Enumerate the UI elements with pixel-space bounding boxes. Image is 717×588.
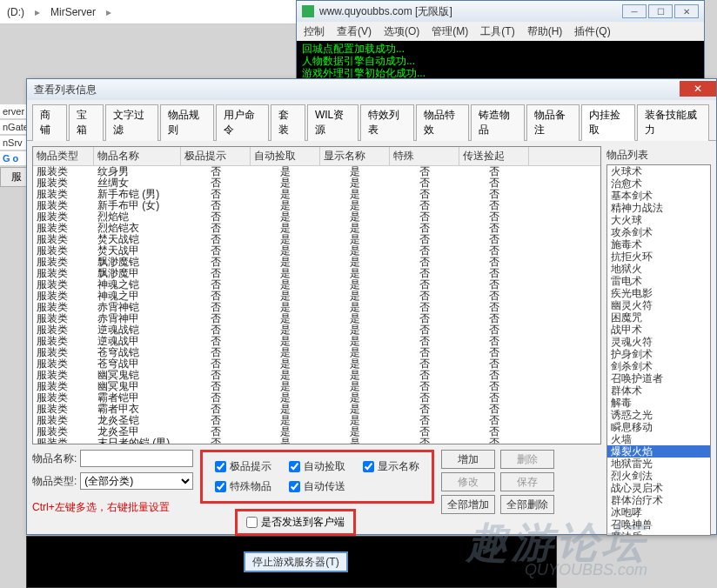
list-item[interactable]: 群体术 (607, 384, 710, 397)
table-row[interactable]: 服装类末日者的铠 (男)否是是否否 (33, 438, 600, 444)
add-all-button[interactable]: 全部增加 (441, 495, 495, 514)
table-row[interactable]: 服装类飘渺魔甲否是是否否 (33, 268, 600, 279)
tab-8[interactable]: 物品特效 (416, 104, 470, 141)
minimize-icon[interactable]: ─ (622, 4, 647, 18)
tab-7[interactable]: 特效列表 (360, 104, 414, 141)
crumb-drive[interactable]: (D:) (7, 6, 24, 18)
table-body[interactable]: 服装类纹身男否是是否否服装类丝绸女否是是否否服装类新手布铠 (男)否是是否否服装… (33, 166, 600, 444)
list-item[interactable]: 魔法盾 (607, 531, 710, 536)
tab-5[interactable]: 套装 (271, 104, 305, 141)
close-button[interactable]: ✕ (680, 81, 716, 97)
menu-item[interactable]: 控制 (304, 24, 325, 39)
list-item[interactable]: 精神力战法 (607, 202, 710, 214)
check-showname[interactable]: 显示名称 (363, 459, 419, 474)
list-item[interactable]: 召唤神兽 (607, 518, 710, 531)
list-item[interactable]: 基本剑术 (607, 190, 710, 202)
list-item[interactable]: 冰咆哮 (607, 506, 710, 518)
tab-2[interactable]: 文字过滤 (105, 104, 159, 141)
column-header[interactable]: 特殊 (390, 147, 459, 165)
menu-item[interactable]: 选项(O) (384, 24, 419, 39)
stop-server-button[interactable]: 停止游戏服务器(T) (244, 551, 348, 572)
column-header[interactable]: 显示名称 (320, 147, 390, 165)
table-row[interactable]: 服装类新手布甲 (女)否是是否否 (33, 200, 600, 211)
table-row[interactable]: 服装类焚天战甲否是是否否 (33, 245, 600, 257)
table-row[interactable]: 服装类焚天战铠否是是否否 (33, 234, 600, 245)
list-item[interactable]: 瞬息移动 (607, 421, 710, 433)
list-item[interactable]: 雷电术 (607, 275, 710, 287)
menu-item[interactable]: 管理(M) (432, 24, 468, 39)
list-item[interactable]: 疾光电影 (607, 287, 710, 299)
save-button[interactable]: 保存 (500, 472, 554, 491)
tab-6[interactable]: WIL资源 (307, 104, 358, 141)
menu-item[interactable]: 查看(V) (337, 24, 372, 39)
delete-button[interactable]: 删除 (500, 450, 554, 469)
list-item[interactable]: 攻杀剑术 (607, 226, 710, 238)
check-premium[interactable]: 极品提示 (215, 459, 271, 474)
list-item[interactable]: 幽灵火符 (607, 299, 710, 311)
item-type-select[interactable]: (全部分类) (80, 472, 193, 490)
skill-list[interactable]: 火球术治愈术基本剑术精神力战法大火球攻杀剑术施毒术抗拒火环地狱火雷电术疾光电影幽… (606, 164, 711, 536)
column-header[interactable]: 自动捡取 (251, 147, 320, 165)
check-autopick[interactable]: 自动捡取 (289, 459, 345, 474)
table-row[interactable]: 服装类丝绸女否是是否否 (33, 177, 600, 189)
list-item[interactable]: 地狱雷光 (607, 458, 710, 470)
menu-item[interactable]: 工具(T) (480, 24, 514, 39)
modify-button[interactable]: 修改 (441, 472, 495, 491)
table-row[interactable]: 服装类霸者甲衣否是是否否 (33, 404, 600, 415)
dialog-titlebar[interactable]: 查看列表信息 (27, 79, 716, 100)
delete-all-button[interactable]: 全部删除 (500, 495, 554, 514)
table-row[interactable]: 服装类龙炎圣铠否是是否否 (33, 415, 600, 426)
list-item[interactable]: 诱惑之光 (607, 409, 710, 421)
tab-4[interactable]: 用户命令 (216, 104, 270, 141)
list-item[interactable]: 困魔咒 (607, 311, 710, 324)
table-row[interactable]: 服装类烈焰铠否是是否否 (33, 211, 600, 223)
table-row[interactable]: 服装类神魂之甲否是是否否 (33, 291, 600, 302)
column-header[interactable]: 传送捡起 (459, 147, 529, 165)
list-item[interactable]: 治愈术 (607, 177, 710, 190)
list-item[interactable]: 大火球 (607, 214, 710, 226)
list-item[interactable]: 地狱火 (607, 263, 710, 275)
tab-11[interactable]: 内挂捡取 (581, 104, 635, 141)
list-item[interactable]: 解毒 (607, 397, 710, 409)
table-row[interactable]: 服装类逆魂战甲否是是否否 (33, 336, 600, 347)
column-header[interactable]: 物品类型 (33, 147, 94, 165)
tab-1[interactable]: 宝箱 (69, 104, 104, 141)
list-item[interactable]: 施毒术 (607, 238, 710, 251)
menu-item[interactable]: 插件(Q) (574, 24, 610, 39)
list-item[interactable]: 烈火剑法 (607, 470, 710, 482)
list-item[interactable]: 火墙 (607, 433, 710, 445)
table-row[interactable]: 服装类苍穹战铠否是是否否 (33, 347, 600, 358)
table-row[interactable]: 服装类纹身男否是是否否 (33, 166, 600, 177)
send-to-client-check[interactable]: 是否发送到客户端 (235, 509, 356, 536)
list-item[interactable]: 群体治疗术 (607, 494, 710, 506)
add-button[interactable]: 增加 (441, 450, 495, 469)
console-titlebar[interactable]: www.quyoubbs.com [无限版] ─ ☐ ✕ (297, 1, 704, 22)
column-header[interactable]: 极品提示 (181, 147, 251, 165)
table-row[interactable]: 服装类飘渺魔铠否是是否否 (33, 257, 600, 268)
table-row[interactable]: 服装类霸者铠甲否是是否否 (33, 392, 600, 404)
tab-10[interactable]: 物品备注 (526, 104, 580, 141)
table-row[interactable]: 服装类新手布铠 (男)否是是否否 (33, 189, 600, 200)
item-name-input[interactable] (80, 450, 193, 467)
crumb-folder[interactable]: MirServer (50, 6, 96, 18)
column-header[interactable]: 物品名称 (94, 147, 181, 165)
check-special[interactable]: 特殊物品 (215, 479, 271, 494)
tab-3[interactable]: 物品规则 (160, 104, 214, 141)
list-item[interactable]: 剑杀剑术 (607, 360, 710, 372)
list-item[interactable]: 战心灵启术 (607, 482, 710, 494)
list-item[interactable]: 抗拒火环 (607, 251, 710, 263)
list-item[interactable]: 战甲术 (607, 324, 710, 336)
close-icon[interactable]: ✕ (674, 4, 699, 18)
table-row[interactable]: 服装类逆魂战铠否是是否否 (33, 324, 600, 336)
list-item[interactable]: 灵魂火符 (607, 336, 710, 348)
tab-9[interactable]: 铸造物品 (471, 104, 525, 141)
check-autotransfer[interactable]: 自动传送 (289, 479, 345, 494)
tab-12[interactable]: 装备技能威力 (637, 104, 709, 141)
list-item[interactable]: 护身剑术 (607, 348, 710, 360)
list-item[interactable]: 爆裂火焰 (607, 445, 710, 458)
tab-0[interactable]: 商铺 (32, 104, 67, 141)
table-row[interactable]: 服装类烈焰铠衣否是是否否 (33, 223, 600, 234)
list-item[interactable]: 火球术 (607, 165, 710, 177)
menu-item[interactable]: 帮助(H) (527, 24, 563, 39)
table-row[interactable]: 服装类苍穹战甲否是是否否 (33, 358, 600, 370)
